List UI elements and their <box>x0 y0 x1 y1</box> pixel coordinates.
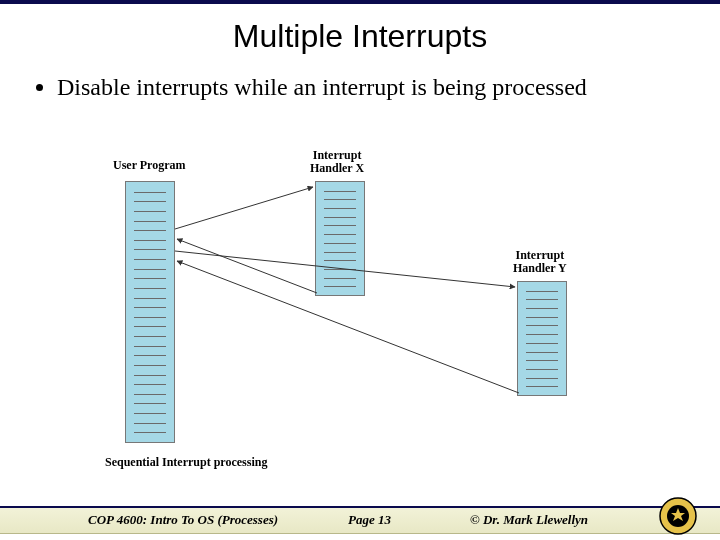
ucf-logo-icon <box>658 496 698 536</box>
column-handler-y <box>517 281 567 396</box>
slide: Multiple Interrupts Disable interrupts w… <box>0 0 720 540</box>
label-user-program: User Program <box>113 159 186 172</box>
svg-line-0 <box>175 187 313 229</box>
svg-line-1 <box>177 239 317 293</box>
slide-title: Multiple Interrupts <box>0 18 720 55</box>
label-handler-x: Interrupt Handler X <box>310 149 364 175</box>
bullet-dot-icon <box>36 84 43 91</box>
column-user-program <box>125 181 175 443</box>
footer-right: © Dr. Mark Llewellyn <box>470 512 588 528</box>
body-area: Disable interrupts while an interrupt is… <box>0 55 720 102</box>
column-handler-x <box>315 181 365 296</box>
bullet-text: Disable interrupts while an interrupt is… <box>57 73 587 102</box>
diagram: User Program Interrupt Handler X Interru… <box>85 159 625 489</box>
footer: COP 4600: Intro To OS (Processes) Page 1… <box>0 498 720 540</box>
diagram-caption: Sequential Interrupt processing <box>105 455 267 470</box>
label-handler-y: Interrupt Handler Y <box>513 249 567 275</box>
bullet-item: Disable interrupts while an interrupt is… <box>36 73 690 102</box>
footer-left: COP 4600: Intro To OS (Processes) <box>88 512 278 528</box>
footer-page: Page 13 <box>348 512 391 528</box>
